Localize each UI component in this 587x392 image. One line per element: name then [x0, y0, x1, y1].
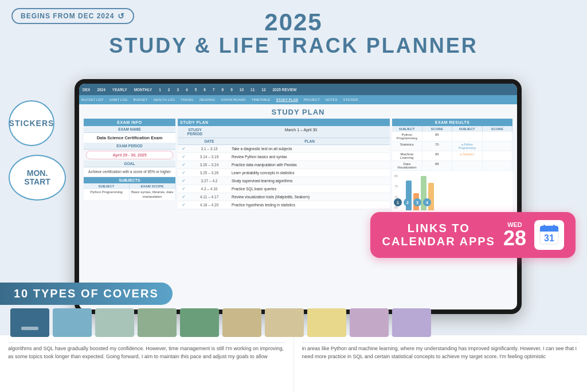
nav-dex[interactable]: DEX — [81, 88, 91, 92]
er-row-4: Data Visualization 88 — [392, 161, 512, 171]
nav-8[interactable]: 8 — [221, 88, 225, 92]
cover-10 — [392, 308, 431, 337]
nav-2024[interactable]: 2024 — [96, 88, 106, 92]
er-col-subject2: SUBJECT — [452, 126, 483, 132]
cover-5 — [180, 308, 219, 337]
svg-text:31: 31 — [544, 233, 554, 243]
exam-info-panel: EXAM INFO EXAM NAME Data Science Certifi… — [84, 119, 175, 307]
col-check — [178, 138, 189, 144]
cover-3 — [95, 308, 134, 337]
sub-habit[interactable]: HABIT LOG — [109, 98, 128, 101]
page-3[interactable]: 3 — [413, 198, 421, 206]
begins-badge: BEGINS FROM DEC 2024 — [11, 8, 134, 24]
mon-start-bubble: MON. START — [9, 155, 66, 201]
sub-health[interactable]: HEALTH LOG — [154, 98, 175, 101]
study-plan-panel: STUDY PLAN STUDY PERIOD March 1 – April … — [178, 119, 390, 307]
cover-2 — [53, 308, 92, 337]
er-col-subject1: SUBJECT — [392, 126, 422, 132]
covers-title: 10 TYPES OF COVERS — [14, 287, 159, 300]
sp-row-6: ✓ 4.3 – 4.10 Practice SQL basic queries — [178, 185, 390, 193]
sub-reading[interactable]: READING — [199, 98, 215, 101]
bottom-text-col1: algorithms and SQL have gradually booste… — [0, 335, 294, 392]
sub-study-plan[interactable]: STUDY PLAN — [276, 98, 298, 101]
subjects-col2: EXAM SCOPE — [130, 183, 175, 189]
nav-7[interactable]: 7 — [212, 88, 216, 92]
svg-rect-2 — [540, 229, 558, 232]
sub-nav[interactable]: BUCKET LIST HABIT LOG BUDGET HEALTH LOG … — [79, 95, 517, 104]
sp-row-5: ✓ 3.27 – 4.2 Study supervised learning a… — [178, 177, 390, 185]
page-1[interactable]: 1 — [394, 198, 402, 206]
sub-budget[interactable]: BUDGET — [133, 98, 147, 101]
nav-yearly[interactable]: YEARLY — [111, 88, 128, 92]
goal-label: GOAL — [84, 160, 175, 167]
svg-rect-4 — [543, 225, 545, 228]
tablet-device: DEX 2024 YEARLY MONTHLY 1 2 3 4 5 6 7 8 … — [75, 79, 522, 314]
sp-col-headers: DATE PLAN — [178, 138, 390, 145]
nav-3[interactable]: 3 — [175, 88, 180, 92]
nav-5[interactable]: 5 — [194, 88, 198, 92]
col-plan: PLAN — [229, 138, 390, 144]
subjects-label: SUBJECTS — [84, 177, 175, 183]
sp-section-title: STUDY PLAN — [178, 119, 390, 126]
nav-12[interactable]: 12 — [260, 88, 267, 92]
sp-row-7: ✓ 4.11 – 4.17 Review visualization tools… — [178, 193, 390, 201]
cover-7 — [265, 308, 304, 337]
study-plan-title: STUDY PLAN — [79, 104, 517, 119]
sub-sticker[interactable]: STICKER — [343, 98, 358, 101]
nav-9[interactable]: 9 — [229, 88, 234, 92]
er-row-3: Machine Learning 95 ● Statistics — [392, 151, 512, 161]
calendar-badge: LINKS TOCALENDAR APPS WED 28 31 — [370, 212, 576, 258]
nav-10[interactable]: 10 — [238, 88, 245, 92]
nav-4[interactable]: 4 — [185, 88, 189, 92]
covers-thumbnails — [0, 308, 587, 337]
nav-2[interactable]: 2 — [167, 88, 171, 92]
cover-8 — [307, 308, 346, 337]
study-plan-content: STUDY PLAN 1 2 3 4 EXAM INFO EXAM NAME D… — [79, 104, 517, 309]
er-header: EXAM RESULTS — [392, 119, 512, 126]
nav-monthly[interactable]: MONTHLY — [133, 88, 154, 92]
nav-11[interactable]: 11 — [249, 88, 256, 92]
bottom-text-section: algorithms and SQL have gradually booste… — [0, 335, 587, 392]
subjects-data-row: Python Programming Basic syntax, librari… — [84, 189, 175, 201]
sub-bucket[interactable]: BUCKET LIST — [81, 98, 104, 101]
col-date: DATE — [189, 138, 229, 144]
nav-2025-review[interactable]: 2025 REVIEW — [272, 88, 298, 92]
calendar-day: WED 28 — [503, 221, 526, 249]
page-4[interactable]: 4 — [423, 198, 431, 206]
sub-timetable[interactable]: TIMETABLE — [252, 98, 271, 101]
exam-period-value: April 29 - 30, 2025 — [86, 151, 173, 159]
cover-4 — [138, 308, 177, 337]
results-chart: 80 75 70 65 — [392, 171, 512, 217]
google-calendar-icon[interactable]: 31 — [534, 220, 564, 250]
cover-1 — [10, 308, 49, 337]
page-background: BEGINS FROM DEC 2024 2025 STUDY & LIFE T… — [0, 0, 587, 392]
covers-section: 10 TYPES OF COVERS — [0, 283, 587, 337]
sp-row-2: ✓ 3.14 – 3.19 Review Python basics and s… — [178, 153, 390, 161]
er-col-headers: SUBJECT SCORE SUBJECT SCORE — [392, 126, 512, 132]
calendar-text: LINKS TOCALENDAR APPS — [382, 222, 495, 248]
page-2[interactable]: 2 — [404, 198, 412, 206]
main-title: STUDY & LIFE TRACK PLANNER — [0, 34, 587, 57]
exam-name-value: Data Science Certification Exam — [84, 133, 175, 143]
period-value: March 1 – April 30 — [212, 126, 390, 138]
nav-6[interactable]: 6 — [202, 88, 207, 92]
sub-travel[interactable]: TRAVEL — [181, 98, 194, 101]
bottom-text-col2: in areas like Python and machine learnin… — [294, 335, 588, 392]
tablet-screen: DEX 2024 YEARLY MONTHLY 1 2 3 4 5 6 7 8 … — [79, 84, 517, 309]
sub-project[interactable]: PROJECT — [304, 98, 320, 101]
er-col-score2: SCORE — [483, 126, 513, 132]
main-nav[interactable]: DEX 2024 YEARLY MONTHLY 1 2 3 4 5 6 7 8 … — [79, 84, 517, 95]
exam-period-label: EXAM PERIOD — [84, 143, 175, 150]
exam-name-label: EXAM NAME — [84, 126, 175, 133]
subject-name: Python Programming — [84, 189, 130, 201]
sub-notes[interactable]: NOTES — [326, 98, 338, 101]
svg-rect-5 — [553, 225, 555, 228]
cover-6 — [222, 308, 261, 337]
nav-1[interactable]: 1 — [158, 88, 162, 92]
subjects-col1: SUBJECT — [84, 183, 130, 189]
exam-info-header: EXAM INFO — [84, 119, 175, 126]
cover-9 — [350, 308, 389, 337]
sub-vision[interactable]: VISION BOARD — [221, 98, 245, 101]
study-period-row: STUDY PERIOD March 1 – April 30 — [178, 126, 390, 138]
goal-value: Achieve certification with a score of 85… — [84, 167, 175, 176]
